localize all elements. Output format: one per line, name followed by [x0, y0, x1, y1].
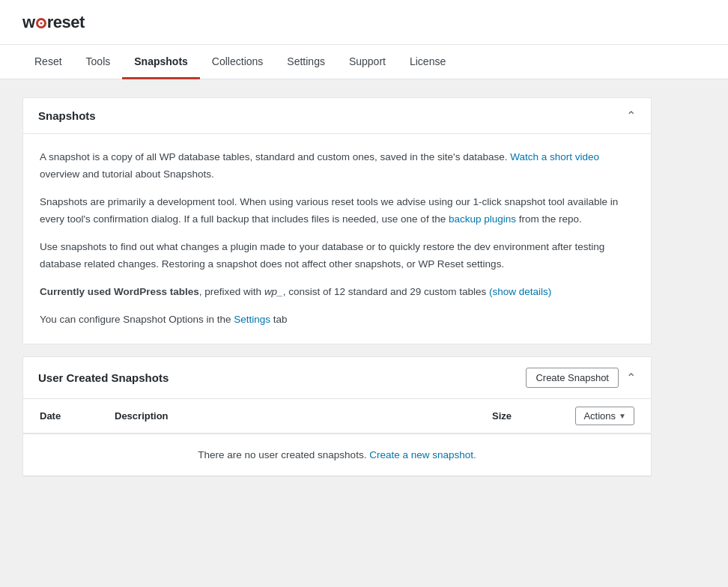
snapshots-card-title: Snapshots	[38, 109, 96, 122]
snapshots-para2: Snapshots are primarily a development to…	[40, 194, 634, 228]
col-header-description: Description	[115, 410, 492, 422]
snapshots-para1: A snapshot is a copy of all WP database …	[40, 149, 634, 183]
show-details-link[interactable]: (show details)	[489, 286, 551, 297]
watch-video-link[interactable]: Watch a short video	[510, 151, 599, 162]
dropdown-arrow-icon: ▼	[619, 412, 626, 420]
nav-item-settings[interactable]: Settings	[275, 45, 337, 79]
actions-dropdown-button[interactable]: Actions ▼	[575, 407, 634, 425]
header: wreset	[0, 0, 728, 45]
content-area: Snapshots ⌃ A snapshot is a copy of all …	[0, 79, 674, 507]
create-new-snapshot-link[interactable]: Create a new snapshot.	[369, 449, 476, 460]
nav-item-collections[interactable]: Collections	[200, 45, 275, 79]
col-header-date: Date	[40, 410, 115, 422]
logo: wreset	[22, 13, 85, 32]
nav-item-license[interactable]: License	[398, 45, 458, 79]
logo-w: w	[22, 13, 35, 31]
nav-item-support[interactable]: Support	[337, 45, 398, 79]
user-snapshots-collapse-icon[interactable]: ⌃	[626, 371, 636, 385]
col-header-size: Size	[492, 410, 552, 422]
create-snapshot-button[interactable]: Create Snapshot	[526, 368, 619, 388]
backup-plugins-link[interactable]: backup plugins	[449, 213, 516, 225]
logo-text: reset	[47, 13, 85, 31]
snapshots-para5: You can configure Snapshot Options in th…	[40, 311, 634, 329]
nav-item-tools[interactable]: Tools	[74, 45, 123, 79]
nav-item-snapshots[interactable]: Snapshots	[122, 45, 200, 79]
settings-link[interactable]: Settings	[234, 314, 270, 325]
snapshots-collapse-icon[interactable]: ⌃	[626, 109, 636, 123]
user-snapshots-header: User Created Snapshots Create Snapshot ⌃	[23, 357, 651, 399]
snapshots-card: Snapshots ⌃ A snapshot is a copy of all …	[22, 97, 652, 344]
snapshots-table: Date Description Size Actions ▼ There ar…	[23, 399, 651, 476]
table-header-row: Date Description Size Actions ▼	[23, 399, 651, 434]
page-wrapper: wreset Reset Tools Snapshots Collections…	[0, 0, 728, 587]
user-snapshots-card: User Created Snapshots Create Snapshot ⌃…	[22, 356, 652, 477]
nav-item-reset[interactable]: Reset	[22, 45, 74, 79]
nav-bar: Reset Tools Snapshots Collections Settin…	[0, 45, 728, 79]
empty-snapshots-row: There are no user created snapshots. Cre…	[23, 434, 651, 476]
header-actions: Create Snapshot ⌃	[526, 368, 636, 388]
logo-icon	[36, 18, 46, 28]
snapshots-para3: Use snapshots to find out what changes a…	[40, 239, 634, 273]
user-snapshots-title: User Created Snapshots	[38, 371, 169, 384]
snapshots-card-header: Snapshots ⌃	[23, 98, 651, 134]
snapshots-para4: Currently used WordPress tables, prefixe…	[40, 284, 634, 301]
col-header-actions: Actions ▼	[552, 407, 634, 425]
snapshots-card-body: A snapshot is a copy of all WP database …	[23, 134, 651, 344]
